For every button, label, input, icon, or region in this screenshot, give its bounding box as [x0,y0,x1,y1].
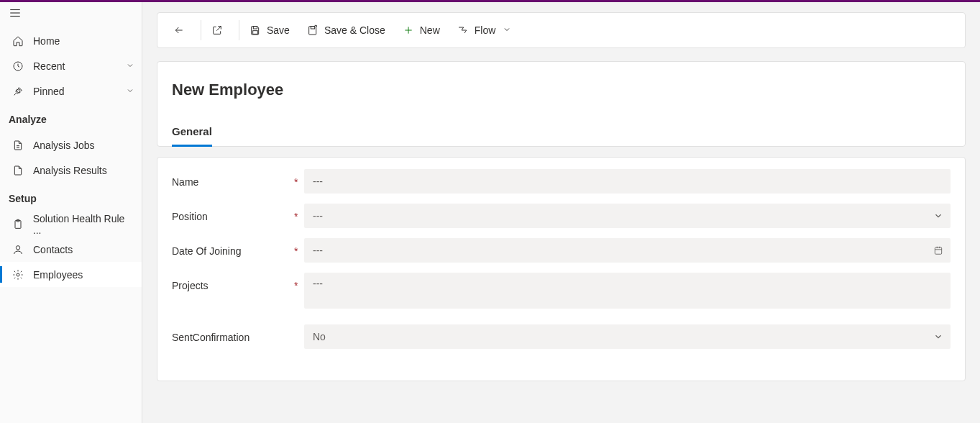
projects-input[interactable]: --- [304,273,951,309]
back-button[interactable] [165,13,199,47]
sidebar-item-label: Pinned [33,86,65,97]
sidebar-item-label: Home [33,35,60,47]
document-icon [12,164,24,177]
field-date-of-joining: Date Of Joining * --- [172,238,951,263]
arrow-left-icon [173,24,185,36]
svg-rect-14 [935,247,941,254]
chevron-down-icon [503,24,511,36]
separator [201,20,201,40]
required-indicator [294,324,304,332]
required-indicator: * [294,204,304,222]
hamburger-button[interactable] [0,2,142,28]
flow-icon [457,24,469,36]
header-card: New Employee General [157,61,966,147]
field-label: Name [172,169,294,188]
field-label: Projects [172,273,294,291]
gear-icon [12,268,24,281]
field-position: Position * --- [172,204,951,228]
sidebar-item-employees[interactable]: Employees [0,262,142,287]
field-label: Position [172,204,294,222]
svg-point-6 [16,245,19,249]
sidebar: Home Recent Pinned Analyze Analysis Jobs… [0,2,142,423]
save-button[interactable]: Save [241,13,298,47]
svg-rect-9 [253,27,257,29]
form-card: Name * --- Position * --- Date Of Joinin… [157,157,966,381]
sent-confirmation-select[interactable]: No [304,324,951,349]
sidebar-item-contacts[interactable]: Contacts [0,237,142,262]
svg-rect-10 [253,31,258,35]
section-setup: Setup [0,183,142,212]
home-icon [12,35,24,47]
button-label: Save & Close [324,24,385,36]
field-label: SentConfirmation [172,324,294,343]
tabs: General [172,125,951,146]
clipboard-icon [12,218,24,231]
field-sent-confirmation: SentConfirmation No [172,324,951,349]
save-icon [249,24,261,36]
open-in-new-button[interactable] [203,13,237,47]
flow-button[interactable]: Flow [449,13,521,47]
save-close-icon [307,24,319,36]
chevron-down-icon [933,332,943,342]
clock-icon [12,60,24,73]
position-select[interactable]: --- [304,204,951,228]
sidebar-item-analysis-results[interactable]: Analysis Results [0,158,142,183]
field-projects: Projects * --- [172,273,951,309]
sidebar-item-label: Analysis Jobs [33,140,95,151]
doj-input[interactable]: --- [304,238,951,263]
required-indicator: * [294,273,304,291]
sidebar-item-pinned[interactable]: Pinned [0,78,142,104]
save-close-button[interactable]: Save & Close [298,13,394,47]
page-title: New Employee [172,81,951,99]
button-label: Save [267,24,290,36]
required-indicator: * [294,169,304,188]
sidebar-item-analysis-jobs[interactable]: Analysis Jobs [0,132,142,158]
sidebar-item-label: Analysis Results [33,165,107,176]
separator [239,20,239,40]
chevron-down-icon [126,86,134,97]
sidebar-item-recent[interactable]: Recent [0,53,142,78]
chevron-down-icon [126,60,134,72]
name-input[interactable]: --- [304,169,951,194]
field-name: Name * --- [172,169,951,194]
sidebar-item-label: Solution Health Rule ... [33,213,134,236]
section-analyze: Analyze [0,104,142,132]
command-bar: Save Save & Close New Flow [157,12,966,48]
plus-icon [403,24,414,36]
required-indicator: * [294,238,304,257]
pin-icon [12,85,24,98]
sidebar-item-label: Contacts [33,244,73,255]
button-label: Flow [475,24,496,36]
svg-point-7 [17,273,19,276]
sidebar-item-label: Recent [33,60,65,72]
svg-rect-11 [311,27,314,29]
tab-general[interactable]: General [172,125,212,146]
main-content: Save Save & Close New Flow New Employee … [142,2,980,423]
sidebar-item-solution-health[interactable]: Solution Health Rule ... [0,212,142,237]
calendar-icon[interactable] [933,245,943,255]
document-icon [12,139,24,152]
sidebar-item-home[interactable]: Home [0,28,142,53]
new-button[interactable]: New [394,13,449,47]
sidebar-item-label: Employees [33,269,83,281]
chevron-down-icon [933,211,943,221]
person-icon [12,243,24,256]
button-label: New [420,24,440,36]
field-label: Date Of Joining [172,238,294,257]
open-new-icon [211,24,223,36]
